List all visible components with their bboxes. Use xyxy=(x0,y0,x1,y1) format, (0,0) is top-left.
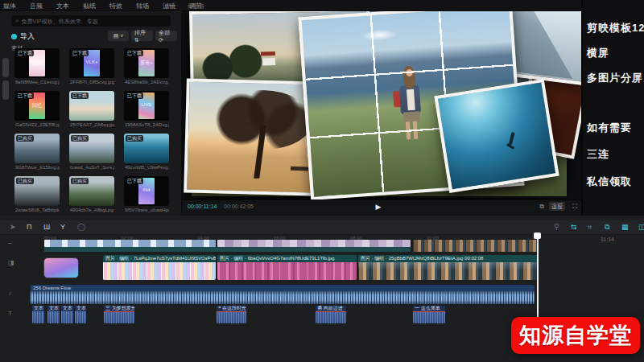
player-panel-title: 播放器 xyxy=(188,2,204,10)
video-clip-2[interactable]: 图片 · 编组 · 6baQvVvvO4G7amIN78UdE73L1Tlb.j… xyxy=(217,255,357,280)
clip-filmstrip xyxy=(217,262,357,280)
text-clip-5[interactable]: 三 为梦想发光 xyxy=(104,306,134,323)
media-category-tab[interactable] xyxy=(2,80,9,100)
track2-head-icon[interactable]: ♪ xyxy=(8,290,11,297)
filter-button[interactable]: 全部 ⟳ xyxy=(155,31,177,41)
template-thumbnail[interactable]: 已购买9G87Wue_E15bvg.jpg xyxy=(14,134,60,163)
template-thumbnail[interactable]: 已购买2wiaeS818_TaBtbpk.jpg xyxy=(14,176,60,206)
downloaded-badge: 已购买 xyxy=(71,178,89,184)
text-clip-1[interactable]: 文本 xyxy=(32,306,44,323)
text-clip-waveform xyxy=(413,311,445,323)
caption-line-5: 三连 xyxy=(587,147,609,162)
timeline-toolbar: ➤ΠШY◯⚲⇆⌗⧉▦◫ xyxy=(0,220,644,235)
template-thumbnail[interactable]: 已下载25I7EAA7_2A8vg.jpg xyxy=(69,91,114,121)
compare-icon[interactable]: ⧉ xyxy=(539,203,544,211)
text-clip-waveform xyxy=(316,311,346,323)
preview-axis-icon[interactable]: ⇆ xyxy=(571,223,577,231)
template-thumbnail[interactable]: 已购买Gawd_AuSvT_Svrs.jpg xyxy=(69,134,114,163)
collapse-tracks-icon[interactable]: – xyxy=(8,239,11,246)
fullscreen-icon[interactable]: ⛶ xyxy=(572,203,577,211)
audio-clip[interactable]: 256 Dreams Flow xyxy=(31,285,535,304)
media-category-tab[interactable] xyxy=(2,58,9,77)
mask-icon[interactable]: ▦ xyxy=(621,223,629,231)
thumbnail-caption: 2FF8ITI_D8Scvg.jpg xyxy=(70,80,114,84)
menu-item-7[interactable]: 滤镜 xyxy=(163,2,175,10)
freeze-tool-icon[interactable]: Y xyxy=(60,223,65,231)
search-box[interactable]: ⌕ xyxy=(11,15,171,27)
menu-item-3[interactable]: 文本 xyxy=(56,2,69,10)
menu-item-1[interactable]: 媒体 xyxy=(3,2,16,10)
select-tool-icon[interactable]: ➤ xyxy=(10,223,16,231)
linkage-icon[interactable]: ⧉ xyxy=(605,223,609,232)
split-tool-icon[interactable]: Π xyxy=(27,223,32,231)
view-mode-button[interactable]: ▤ ˅ xyxy=(108,31,129,41)
caption-line-2: 横屏 xyxy=(587,46,609,60)
thumbnail-image: LIVE已下载 xyxy=(124,91,169,121)
playhead-handle[interactable] xyxy=(534,232,541,239)
audio-clip-label: 256 Dreams Flow xyxy=(31,285,535,291)
menu-item-6[interactable]: 转场 xyxy=(136,2,149,10)
text-clip-waveform xyxy=(75,311,86,323)
clip-header-label: 图片 · 编组 · 25gBbB7WtJMzQ8tBLbzT9EtA.jpg 0… xyxy=(358,255,538,262)
thumbnail-caption: 2wiaeS818_TaBtbpk.jpg xyxy=(15,208,60,212)
thumbnail-caption: 1958ASvT8_2ADvg.jpg xyxy=(125,122,169,127)
template-thumbnail[interactable]: 胶卷+已下载4ES8haSb_2ADcvg.jpg xyxy=(124,48,169,78)
text-clip-4[interactable]: 文本 xyxy=(75,306,86,323)
audio-waveform xyxy=(31,291,535,304)
cover-thumbnail-button[interactable] xyxy=(43,257,79,278)
thumbnail-image: VLK+已下载 xyxy=(69,48,114,78)
thumbnail-caption: 49cvrb85_U9wPsvg.jpg xyxy=(125,165,169,170)
clip-filmstrip xyxy=(358,262,538,280)
media-library-panel: ⌕ 导入 ▤ ˅ 排序 ⇅ 全部 ⟳ 素材 甜酒已下载6aN8fMee_C1ev… xyxy=(0,11,182,217)
menu-item-2[interactable]: 音频 xyxy=(30,2,43,10)
text-clip-waveform xyxy=(61,311,73,323)
import-button[interactable]: 导入 xyxy=(11,31,35,42)
thumbnail-caption: 25I7EAA7_2A8vg.jpg xyxy=(70,122,114,127)
sort-button[interactable]: 排序 ⇅ xyxy=(131,31,153,41)
text-clip-label: 一 这么简单 xyxy=(413,306,445,311)
template-thumbnail[interactable]: 回忆已下载GaGN422_23ET8I.jpg xyxy=(14,91,60,121)
video-clip-3[interactable]: 图片 · 编组 · 25gBbB7WtJMzQ8tBLbzT9EtA.jpg 0… xyxy=(358,255,538,280)
track3-head-icon[interactable]: T xyxy=(8,310,12,317)
text-clip-7[interactable]: 勇 向前迈进 xyxy=(316,306,346,323)
thumbnail-image: IN4已下载 xyxy=(124,176,169,206)
downloaded-badge: 已下载 xyxy=(126,93,143,99)
text-clip-2[interactable]: 文本 xyxy=(47,306,60,323)
thumbnail-caption: 6aN8fMee_C1evug.jpg xyxy=(15,80,60,84)
menu-item-5[interactable]: 特效 xyxy=(109,2,122,10)
fit-mode-select[interactable]: 适应 xyxy=(549,202,565,211)
top-menu-bar: 媒体音频文本贴纸特效转场滤镜调节 播放器 剪映模板 xyxy=(0,0,644,11)
track1-head-icon[interactable]: ◨ xyxy=(8,259,14,266)
adjust-icon[interactable]: ◫ xyxy=(638,223,644,231)
template-thumbnail[interactable]: 甜酒已下载6aN8fMee_C1evug.jpg xyxy=(14,48,60,78)
text-clip-3[interactable]: 文本 xyxy=(61,306,73,323)
play-button[interactable]: ▶ xyxy=(374,202,383,212)
thumbnail-image: 已购买 xyxy=(14,176,60,206)
text-clip-6[interactable]: ❝ 在这段时光 xyxy=(217,306,246,323)
downloaded-badge: 已下载 xyxy=(16,93,34,99)
template-thumbnail[interactable]: VLK+已下载2FF8ITI_D8Scvg.jpg xyxy=(69,48,114,78)
delete-tool-icon[interactable]: ◯ xyxy=(77,223,85,231)
search-input[interactable] xyxy=(21,19,167,24)
thumbnail-overlay-text: IN4 xyxy=(124,187,169,192)
template-thumbnail[interactable]: 已购买49cvrb85_U9wPsvg.jpg xyxy=(124,134,169,163)
thumbnail-caption: GaGN422_23ET8I.jpg xyxy=(15,122,60,127)
trim-tool-icon[interactable]: Ш xyxy=(43,223,50,231)
current-timecode: 00:00:11:14 xyxy=(188,204,217,209)
template-thumbnail[interactable]: LIVE已下载1958ASvT8_2ADvg.jpg xyxy=(124,91,169,121)
bench-silhouette xyxy=(291,167,308,171)
thumbnail-caption: 9f5V7bwre_ubawHpg.jpg xyxy=(125,208,169,212)
text-clip-waveform xyxy=(47,311,60,323)
timeline-duration-label: 11:14 xyxy=(601,237,614,242)
menu-item-4[interactable]: 贴纸 xyxy=(83,2,96,10)
downloaded-badge: 已下载 xyxy=(126,178,143,184)
text-clip-label: 文本 xyxy=(75,306,86,311)
thumbnail-image: 胶卷+已下载 xyxy=(124,48,169,78)
record-icon[interactable]: ⚲ xyxy=(554,223,559,231)
video-clip-1[interactable]: 图片 · 编组 · 7LsPqJme7uS7ysTdM41UI9SVOsPvBl… xyxy=(103,255,216,280)
snap-icon[interactable]: ⌗ xyxy=(588,223,592,232)
template-thumbnail[interactable]: 已购买4904cb7e_A8bgLpg.jpg xyxy=(69,176,114,206)
clip-header-label: 图片 · 编组 · 6baQvVvvO4G7amIN78UdE73L1Tlb.j… xyxy=(217,255,357,262)
template-thumbnail[interactable]: IN4已下载9f5V7bwre_ubawHpg.jpg xyxy=(124,176,169,206)
text-clip-8[interactable]: 一 这么简单 xyxy=(413,306,445,323)
